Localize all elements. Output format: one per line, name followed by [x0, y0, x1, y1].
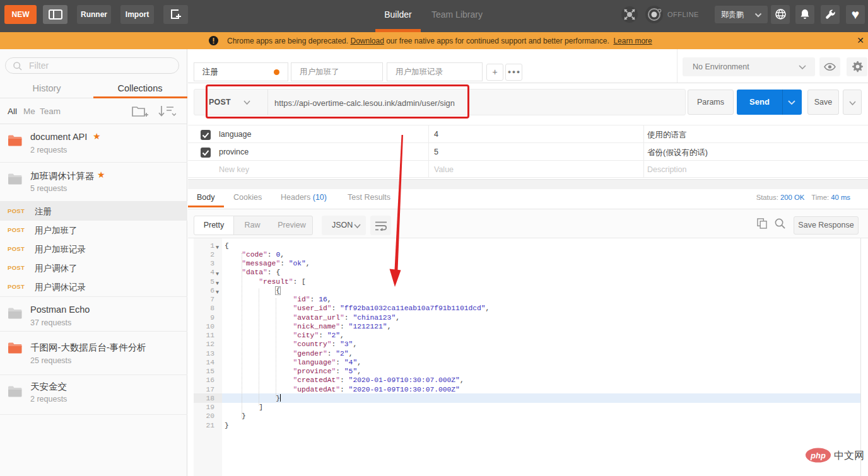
- svg-text:中文网: 中文网: [834, 450, 864, 461]
- svg-text:php: php: [810, 451, 826, 460]
